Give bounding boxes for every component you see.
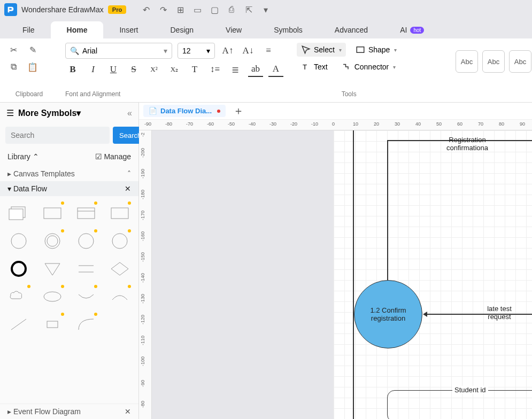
svg-rect-3 — [9, 209, 23, 220]
svg-point-18 — [44, 292, 61, 301]
shape-tool[interactable]: Shape▾ — [351, 43, 401, 57]
canvas-offpage — [152, 130, 334, 419]
save-icon[interactable]: ▢ — [210, 5, 219, 14]
shape-ellipse[interactable] — [38, 285, 67, 308]
shape-rect-header[interactable] — [72, 201, 101, 225]
sidebar-title[interactable]: More Symbols▾ — [18, 108, 123, 118]
more-icon[interactable]: ▾ — [261, 5, 271, 14]
print-icon[interactable]: ⎙ — [227, 5, 236, 14]
paste-icon[interactable]: 📋 — [26, 60, 40, 74]
shape-triangle[interactable] — [38, 257, 67, 281]
shape-line[interactable] — [4, 313, 34, 336]
select-tool[interactable]: Select▾ — [297, 43, 346, 57]
shape-parallel-lines[interactable] — [72, 257, 101, 281]
label-late-test[interactable]: late test request — [475, 305, 523, 321]
italic-button[interactable]: I — [86, 62, 101, 77]
app-title: Wondershare EdrawMax — [21, 5, 104, 14]
new-icon[interactable]: ⊞ — [175, 5, 185, 14]
label-registration[interactable]: Registration confirmationa — [435, 136, 499, 152]
undo-icon[interactable]: ↶ — [141, 5, 151, 14]
shape-circle-2[interactable] — [72, 229, 101, 253]
svg-rect-20 — [47, 321, 58, 328]
style-preset-1[interactable]: Abc — [456, 50, 478, 73]
strike-button[interactable]: S — [126, 62, 141, 77]
decrease-font-icon[interactable]: A↓ — [241, 43, 256, 58]
shape-arc-down[interactable] — [72, 285, 101, 308]
shape-rect-2[interactable] — [105, 201, 134, 225]
shape-diamond[interactable] — [105, 257, 134, 281]
symbol-search-input[interactable] — [5, 127, 110, 144]
shape-bold-circle[interactable] — [4, 257, 34, 281]
node-confirm-registration[interactable]: 1.2 Confirm registration — [354, 280, 422, 348]
hot-badge: hot — [410, 27, 424, 34]
menu-view[interactable]: View — [210, 21, 258, 38]
section-event-flow[interactable]: ▸ Event Flow Diagram✕ — [0, 404, 138, 419]
increase-font-icon[interactable]: A↑ — [220, 43, 235, 58]
menu-design[interactable]: Design — [154, 21, 210, 38]
export-icon[interactable]: ⇱ — [244, 5, 253, 14]
menu-file[interactable]: File — [6, 21, 51, 38]
cut-icon[interactable]: ✂ — [6, 43, 20, 57]
shape-stacked-rect[interactable] — [4, 201, 34, 225]
shape-rect[interactable] — [38, 201, 67, 225]
subscript-button[interactable]: X₂ — [167, 62, 182, 77]
shape-circle[interactable] — [4, 229, 34, 253]
sidebar: ☰ More Symbols▾ « Search Library ⌃ ☑ Man… — [0, 103, 139, 419]
menu-advanced[interactable]: Advanced — [319, 21, 384, 38]
bullet-list-button[interactable]: ≣ — [228, 62, 243, 77]
style-preset-3[interactable]: Abc — [509, 50, 531, 73]
chevron-down-icon: ▾ — [164, 46, 167, 55]
font-family-select[interactable]: 🔍 Arial ▾ — [65, 43, 172, 59]
shape-cloud[interactable] — [4, 285, 34, 308]
manage-link[interactable]: ☑ Manage — [95, 152, 131, 161]
menu-insert[interactable]: Insert — [103, 21, 154, 38]
align-icon[interactable]: ≡ — [261, 43, 276, 58]
superscript-button[interactable]: X² — [147, 62, 161, 77]
doc-tab-name: Data Flow Dia... — [160, 107, 212, 115]
text-tool[interactable]: T Text — [297, 60, 332, 74]
text-label: Text — [314, 63, 328, 71]
document-tab[interactable]: 📄 Data Flow Dia... — [143, 105, 226, 117]
menu-symbols[interactable]: Symbols — [258, 21, 319, 38]
font-size-select[interactable]: 12 ▾ — [178, 43, 215, 59]
text-case-button[interactable]: T — [187, 62, 202, 77]
shape-small-rect[interactable] — [38, 313, 67, 336]
section-canvas-templates[interactable]: ▸ Canvas Templates˄ — [0, 166, 138, 181]
font-color-button[interactable]: A — [268, 62, 283, 77]
shape-arc-up[interactable] — [105, 285, 134, 308]
shape-double-circle[interactable] — [38, 229, 67, 253]
node-bottom-rect[interactable] — [387, 390, 532, 419]
highlight-button[interactable]: ab — [248, 62, 263, 77]
search-icon: 🔍 — [70, 46, 79, 55]
library-link[interactable]: Library ⌃ — [7, 152, 39, 161]
menu-ai[interactable]: AI hot — [384, 21, 440, 38]
menu-home[interactable]: Home — [51, 21, 104, 38]
underline-button[interactable]: U — [106, 62, 121, 77]
line-spacing-button[interactable]: ↕≡ — [207, 62, 222, 77]
select-label: Select — [314, 45, 335, 54]
copy-icon[interactable]: ⧉ — [6, 60, 20, 74]
tools-label: Tools — [297, 88, 401, 98]
style-preset-2[interactable]: Abc — [482, 50, 505, 73]
section-data-flow[interactable]: ▾ Data Flow✕ — [0, 181, 138, 196]
svg-point-10 — [47, 236, 58, 246]
ruler-horizontal: -90-80-70-60-50-40-30-20-100102030405060… — [139, 120, 532, 130]
shape-circle-3[interactable] — [105, 229, 134, 253]
close-icon[interactable]: ✕ — [125, 407, 131, 416]
collapse-sidebar-icon[interactable]: « — [127, 108, 132, 118]
chevron-down-icon: ▾ — [206, 46, 210, 55]
format-painter-icon[interactable]: ✎ — [26, 43, 40, 57]
ribbon: ✂ ✎ ⧉ 📋 Clipboard 🔍 Arial ▾ 12 ▾ — [0, 38, 532, 103]
connector-tool[interactable]: Connector▾ — [337, 60, 400, 74]
svg-point-11 — [79, 234, 94, 249]
open-icon[interactable]: ▭ — [192, 5, 202, 14]
close-icon[interactable]: ✕ — [125, 184, 131, 193]
bold-button[interactable]: B — [65, 62, 80, 77]
canvas[interactable]: Registration confirmationa 1.2 Confirm r… — [152, 130, 532, 419]
shape-empty[interactable] — [105, 313, 134, 336]
redo-icon[interactable]: ↷ — [158, 5, 168, 14]
shape-curve[interactable] — [72, 313, 101, 336]
label-student-id[interactable]: Student id — [452, 386, 488, 394]
add-tab-button[interactable]: ＋ — [230, 104, 247, 118]
main: ☰ More Symbols▾ « Search Library ⌃ ☑ Man… — [0, 103, 532, 419]
